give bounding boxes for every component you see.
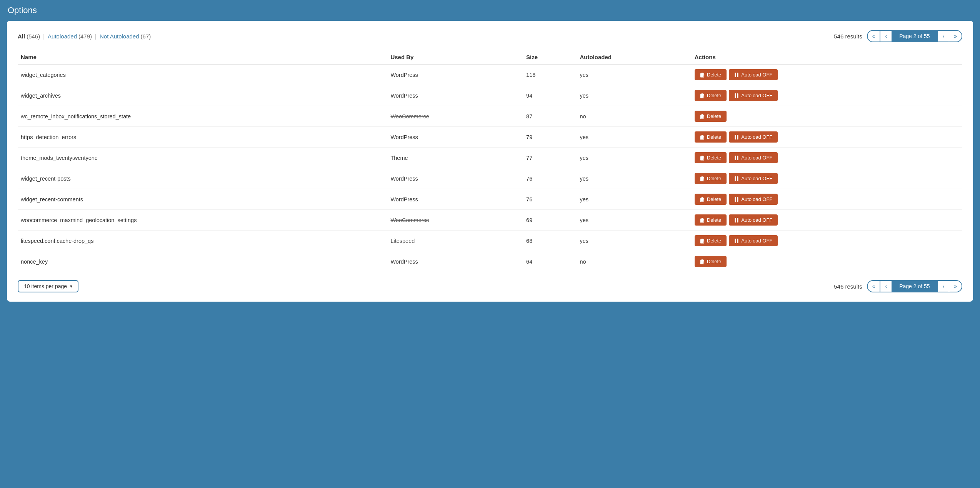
cell-used-by: WordPress (387, 189, 523, 210)
cell-name: widget_recent-comments (18, 189, 387, 210)
cell-name: wc_remote_inbox_notifications_stored_sta… (18, 106, 387, 127)
top-prev-page-button[interactable]: ‹ (880, 31, 892, 41)
cell-size: 77 (523, 148, 577, 168)
svg-rect-60 (737, 239, 738, 243)
svg-rect-13 (737, 93, 738, 98)
table-row: theme_mods_twentytwentyoneTheme77yes Del… (18, 148, 962, 168)
trash-icon (700, 134, 705, 140)
cell-autoloaded: yes (577, 65, 691, 85)
autoload-off-button[interactable]: Autoload OFF (729, 152, 778, 163)
chevron-down-icon: ▾ (70, 284, 72, 289)
cell-size: 87 (523, 106, 577, 127)
cell-name: litespeed.conf.cache-drop_qs (18, 231, 387, 251)
cell-used-by: WordPress (387, 65, 523, 85)
col-header-name: Name (18, 50, 387, 65)
per-page-select[interactable]: 10 items per page ▾ (18, 280, 78, 292)
bottom-pagination-controls: « ‹ Page 2 of 55 › » (867, 280, 962, 292)
cell-used-by: WooCommerce (387, 106, 523, 127)
svg-rect-12 (735, 93, 736, 98)
bottom-page-label: Page 2 of 55 (892, 281, 937, 292)
svg-rect-32 (737, 156, 738, 160)
delete-button[interactable]: Delete (695, 194, 727, 205)
cell-actions: Delete Autoload OFF (692, 127, 962, 148)
cell-actions: Delete (692, 106, 962, 127)
trash-icon (700, 114, 705, 119)
bottom-first-page-button[interactable]: « (868, 281, 880, 292)
autoload-off-button[interactable]: Autoload OFF (729, 90, 778, 101)
svg-rect-24 (735, 135, 736, 139)
cell-name: woocommerce_maxmind_geolocation_settings (18, 210, 387, 231)
cell-used-by: WordPress (387, 251, 523, 272)
autoload-off-button[interactable]: Autoload OFF (729, 69, 778, 80)
table-row: woocommerce_maxmind_geolocation_settings… (18, 210, 962, 231)
svg-rect-38 (735, 176, 736, 181)
top-pagination-controls: « ‹ Page 2 of 55 › » (867, 30, 962, 42)
table-row: widget_recent-commentsWordPress76yes Del… (18, 189, 962, 210)
top-next-page-button[interactable]: › (938, 31, 949, 41)
autoload-off-button[interactable]: Autoload OFF (729, 194, 778, 205)
cell-autoloaded: yes (577, 231, 691, 251)
bottom-prev-page-button[interactable]: ‹ (880, 281, 892, 292)
cell-autoloaded: yes (577, 189, 691, 210)
top-last-page-button[interactable]: » (949, 31, 962, 41)
cell-actions: Delete Autoload OFF (692, 148, 962, 168)
svg-rect-31 (735, 156, 736, 160)
filter-not-autoloaded-count: (67) (141, 33, 151, 40)
top-results-count: 546 results (834, 33, 862, 40)
bottom-next-page-button[interactable]: › (938, 281, 949, 292)
cell-name: nonce_key (18, 251, 387, 272)
top-pagination-area: 546 results « ‹ Page 2 of 55 › » (834, 30, 962, 42)
top-first-page-button[interactable]: « (868, 31, 880, 41)
cell-size: 69 (523, 210, 577, 231)
cell-name: https_detection_errors (18, 127, 387, 148)
cell-name: theme_mods_twentytwentyone (18, 148, 387, 168)
cell-used-by: WordPress (387, 85, 523, 106)
filter-autoloaded-count: (479) (78, 33, 92, 40)
table-row: widget_archivesWordPress94yes Delete Aut… (18, 85, 962, 106)
bottom-pagination-area: 546 results « ‹ Page 2 of 55 › » (834, 280, 962, 292)
bottom-last-page-button[interactable]: » (949, 281, 962, 292)
filter-autoloaded-link[interactable]: Autoloaded (48, 33, 77, 40)
separator-2: | (95, 33, 97, 40)
svg-rect-39 (737, 176, 738, 181)
delete-button[interactable]: Delete (695, 256, 727, 267)
svg-rect-5 (735, 73, 736, 77)
delete-button[interactable]: Delete (695, 90, 727, 101)
col-header-autoloaded: Autoloaded (577, 50, 691, 65)
autoload-off-button[interactable]: Autoload OFF (729, 214, 778, 226)
delete-button[interactable]: Delete (695, 69, 727, 80)
delete-button[interactable]: Delete (695, 214, 727, 226)
cell-autoloaded: yes (577, 168, 691, 189)
cell-autoloaded: yes (577, 127, 691, 148)
table-header-row: Name Used By Size Autoloaded Actions (18, 50, 962, 65)
separator-1: | (43, 33, 45, 40)
delete-button[interactable]: Delete (695, 235, 727, 246)
autoload-off-button[interactable]: Autoload OFF (729, 235, 778, 246)
svg-rect-52 (735, 218, 736, 222)
table-row: https_detection_errorsWordPress79yes Del… (18, 127, 962, 148)
filter-links: All (546) | Autoloaded (479) | Not Autol… (18, 33, 151, 40)
delete-button[interactable]: Delete (695, 173, 727, 184)
trash-icon (700, 259, 705, 264)
svg-rect-25 (737, 135, 738, 139)
autoload-off-button[interactable]: Autoload OFF (729, 173, 778, 184)
delete-button[interactable]: Delete (695, 111, 727, 122)
cell-autoloaded: no (577, 251, 691, 272)
cell-actions: Delete Autoload OFF (692, 85, 962, 106)
cell-used-by: WooCommerce (387, 210, 523, 231)
per-page-label: 10 items per page (24, 283, 67, 289)
cell-actions: Delete Autoload OFF (692, 168, 962, 189)
delete-button[interactable]: Delete (695, 131, 727, 143)
pause-icon (734, 176, 739, 181)
delete-button[interactable]: Delete (695, 152, 727, 163)
autoload-off-button[interactable]: Autoload OFF (729, 131, 778, 143)
cell-name: widget_recent-posts (18, 168, 387, 189)
pause-icon (734, 217, 739, 223)
top-page-label: Page 2 of 55 (892, 31, 937, 41)
cell-used-by: Litespeed (387, 231, 523, 251)
filter-not-autoloaded-link[interactable]: Not Autoloaded (100, 33, 139, 40)
svg-rect-53 (737, 218, 738, 222)
cell-size: 76 (523, 168, 577, 189)
filter-bar: All (546) | Autoloaded (479) | Not Autol… (18, 30, 962, 42)
cell-actions: Delete Autoload OFF (692, 231, 962, 251)
